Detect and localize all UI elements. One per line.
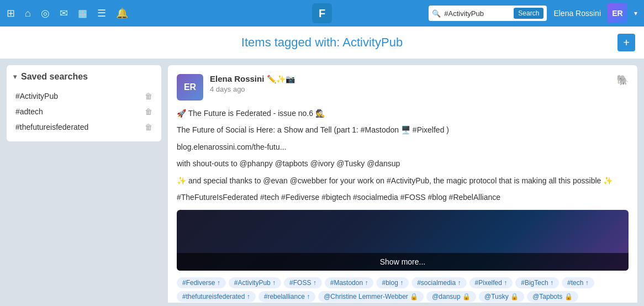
chevron-down-icon[interactable]: ▾	[634, 9, 637, 17]
search-bar[interactable]: 🔍 Search	[429, 6, 547, 21]
apps-icon[interactable]: ⊞	[7, 7, 15, 19]
post-avatar: ER	[177, 74, 203, 101]
pill[interactable]: #socialmedia ↑	[411, 277, 466, 288]
pill[interactable]: #FOSS ↑	[284, 277, 322, 288]
pill[interactable]: #blog ↑	[376, 277, 409, 288]
pill[interactable]: @Tapbots 🔒	[527, 291, 578, 302]
mastodon-icon: 🐘	[616, 74, 629, 86]
pill[interactable]: #Mastodon ↑	[325, 277, 374, 288]
saved-search-label: #adtech	[15, 107, 43, 116]
list-item[interactable]: #ActivityPub 🗑	[13, 88, 155, 104]
delete-icon[interactable]: 🗑	[145, 107, 152, 116]
nav-logo[interactable]: F	[312, 3, 332, 23]
post-username-suffix: ✏️✨📷	[267, 75, 295, 83]
post-line-5: ✨ and special thanks to @evan @cwebber f…	[177, 175, 629, 187]
post-line-3: blog.elenarossini.com/the-futu...	[177, 141, 629, 153]
post-body: 🚀 The Future is Federated - issue no.6 🕵…	[177, 107, 629, 203]
logo-icon[interactable]: F	[312, 3, 332, 23]
post-timestamp: 4 days ago	[210, 85, 610, 93]
post-line-1: 🚀 The Future is Federated - issue no.6 🕵…	[177, 107, 629, 119]
pill[interactable]: @Christine Lemmer-Webber 🔒	[318, 291, 424, 302]
list-item[interactable]: #adtech 🗑	[13, 104, 155, 119]
pill[interactable]: #Pixelfed ↑	[469, 277, 513, 288]
user-name: Elena Rossini	[553, 9, 601, 18]
pill[interactable]: #BigTech ↑	[515, 277, 559, 288]
delete-icon[interactable]: 🗑	[145, 92, 152, 101]
nav-icons-left: ⊞ ⌂ ◎ ✉ ▦ ☰ 🔔	[7, 7, 302, 19]
saved-search-label: #thefutureisfederated	[15, 123, 88, 131]
home-icon[interactable]: ⌂	[25, 8, 31, 19]
main-layout: ▾ Saved searches #ActivityPub 🗑 #adtech …	[0, 59, 644, 306]
calendar-icon[interactable]: ▦	[78, 7, 87, 19]
bell-icon[interactable]: 🔔	[116, 7, 128, 19]
pill[interactable]: #rebelalliance ↑	[258, 291, 315, 302]
delete-icon[interactable]: 🗑	[145, 123, 152, 131]
pill[interactable]: #thefutureisfederated ↑	[177, 291, 256, 302]
list-item[interactable]: #thefutureisfederated 🗑	[13, 119, 155, 135]
post-card: ER Elena Rossini ✏️✨📷 4 days ago 🐘 🚀 The…	[168, 65, 637, 303]
add-button[interactable]: +	[617, 34, 635, 51]
saved-search-label: #ActivityPub	[15, 92, 58, 101]
saved-searches-title: Saved searches	[21, 72, 88, 82]
pill[interactable]: @Tusky 🔒	[479, 291, 524, 302]
avatar-image: ER	[608, 3, 627, 23]
group-icon[interactable]: ☰	[97, 7, 106, 19]
pill[interactable]: #tech ↑	[562, 277, 594, 288]
image-preview: Show more...	[177, 210, 629, 271]
saved-searches-header: ▾ Saved searches	[13, 72, 155, 82]
post-avatar-initials: ER	[184, 82, 196, 92]
pill[interactable]: #Fediverse ↑	[177, 277, 226, 288]
post-user-info: Elena Rossini ✏️✨📷 4 days ago	[210, 74, 610, 93]
avatar[interactable]: ER	[608, 3, 627, 23]
nav-right: 🔍 Search Elena Rossini ER ▾	[342, 3, 637, 23]
post-header: ER Elena Rossini ✏️✨📷 4 days ago 🐘	[177, 74, 629, 101]
content-area: ER Elena Rossini ✏️✨📷 4 days ago 🐘 🚀 The…	[168, 65, 637, 303]
pill[interactable]: #ActivityPub ↑	[229, 277, 281, 288]
post-line-4: with shout-outs to @phanpy @tapbots @ivo…	[177, 157, 629, 170]
toggle-icon[interactable]: ▾	[13, 73, 17, 81]
hashtag-pills: #Fediverse ↑ #ActivityPub ↑ #FOSS ↑ #Mas…	[177, 277, 629, 303]
post-line-2: The Future of Social is Here: a Show and…	[177, 124, 629, 136]
page-title: Items tagged with: ActivityPub	[241, 35, 403, 49]
mail-icon[interactable]: ✉	[60, 7, 68, 19]
pill[interactable]: @dansup 🔒	[426, 291, 476, 302]
show-more-button[interactable]: Show more...	[177, 253, 629, 271]
post-username: Elena Rossini ✏️✨📷	[210, 74, 610, 84]
sidebar: ▾ Saved searches #ActivityPub 🗑 #adtech …	[7, 65, 161, 141]
search-icon: 🔍	[432, 9, 441, 18]
search-button[interactable]: Search	[514, 8, 543, 19]
page-title-bar: Items tagged with: ActivityPub +	[0, 27, 644, 59]
search-input[interactable]	[444, 9, 510, 18]
target-icon[interactable]: ◎	[41, 7, 50, 19]
post-line-6: #TheFutureIsFederated #tech #Fediverse #…	[177, 191, 629, 203]
top-navigation: ⊞ ⌂ ◎ ✉ ▦ ☰ 🔔 F 🔍 Search Elena Rossini E…	[0, 0, 644, 27]
